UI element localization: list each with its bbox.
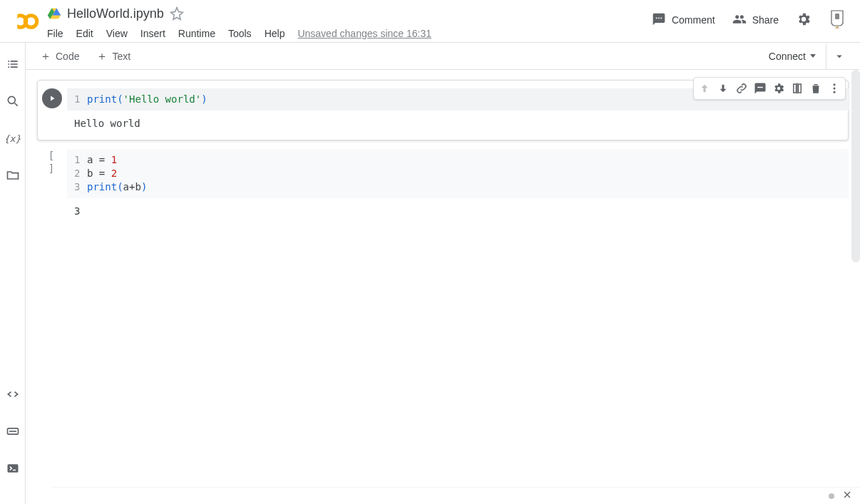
code-cell: 1print('Hello world') Hello world: [37, 84, 849, 136]
menu-insert[interactable]: Insert: [140, 28, 165, 39]
add-text-button[interactable]: ＋ Text: [91, 48, 136, 65]
menu-view[interactable]: View: [106, 28, 128, 39]
code-snippets-icon[interactable]: [4, 386, 21, 403]
plus-icon: ＋: [96, 51, 108, 61]
add-comment-button[interactable]: [751, 79, 769, 98]
more-actions-button[interactable]: [825, 79, 844, 98]
line-number: 1: [74, 93, 87, 106]
notebook-scroll[interactable]: 1print('Hello world') Hello world [ ] 1a…: [26, 70, 860, 504]
share-button[interactable]: Share: [732, 12, 779, 29]
settings-button[interactable]: [796, 11, 812, 29]
comment-icon: [652, 12, 666, 29]
star-icon[interactable]: [170, 6, 184, 21]
gear-icon: [796, 11, 812, 29]
share-label: Share: [752, 14, 779, 26]
gdrive-icon: [47, 6, 61, 21]
line-number: 2: [74, 167, 87, 180]
code-editor[interactable]: 1a = 12b = 23print(a+b): [67, 149, 849, 198]
colab-logo: [11, 7, 40, 36]
run-cell-button[interactable]: [42, 88, 62, 108]
cell-settings-button[interactable]: [769, 79, 788, 98]
svg-rect-3: [835, 14, 839, 19]
line-number: 1: [74, 153, 87, 167]
code-text[interactable]: print('Hello world'): [87, 93, 208, 106]
menu-runtime[interactable]: Runtime: [178, 28, 215, 39]
variables-icon[interactable]: {x}: [4, 130, 21, 147]
toc-icon[interactable]: [4, 56, 21, 73]
terminal-icon[interactable]: [4, 460, 21, 477]
menu-edit[interactable]: Edit: [76, 28, 93, 39]
copy-link-button[interactable]: [732, 79, 751, 98]
connect-button[interactable]: Connect: [769, 51, 816, 62]
move-cell-up-button: [695, 79, 714, 98]
cell-action-bar: [693, 77, 846, 100]
run-cell-button[interactable]: [ ]: [42, 149, 62, 162]
mirror-cell-button[interactable]: [788, 79, 807, 98]
connect-label: Connect: [769, 51, 806, 62]
close-status-button[interactable]: [841, 489, 853, 503]
svg-rect-6: [7, 464, 18, 473]
code-cell: [ ] 1a = 12b = 23print(a+b) 3: [37, 149, 849, 220]
people-icon: [732, 12, 747, 29]
svg-rect-2: [11, 13, 17, 29]
menu-help[interactable]: Help: [265, 28, 285, 39]
menu-file[interactable]: File: [47, 28, 63, 39]
add-code-label: Code: [56, 51, 79, 62]
chevron-down-icon: [810, 54, 816, 58]
svg-point-7: [834, 83, 836, 86]
menu-tools[interactable]: Tools: [228, 28, 252, 39]
comment-label: Comment: [672, 14, 715, 26]
search-icon[interactable]: [4, 93, 21, 110]
svg-point-4: [8, 96, 15, 103]
command-palette-icon[interactable]: [4, 423, 21, 440]
status-bar: [51, 487, 860, 504]
status-indicator-icon: [829, 493, 834, 499]
move-cell-down-button[interactable]: [714, 79, 732, 98]
save-status[interactable]: Unsaved changes since 16:31: [297, 28, 431, 39]
code-text[interactable]: print(a+b): [87, 180, 147, 194]
line-number: 3: [74, 180, 87, 194]
svg-point-8: [834, 88, 836, 90]
notebook-toolbar: ＋ Code ＋ Text Connect: [26, 43, 860, 70]
code-text[interactable]: a = 1: [87, 153, 117, 167]
svg-point-1: [25, 16, 37, 28]
user-avatar[interactable]: [829, 9, 846, 31]
cell-output: 3: [67, 202, 849, 220]
code-text[interactable]: b = 2: [87, 167, 117, 180]
menu-bar: File Edit View Insert Runtime Tools Help…: [47, 23, 652, 43]
plus-icon: ＋: [40, 51, 51, 61]
comment-button[interactable]: Comment: [652, 12, 715, 29]
document-title[interactable]: HelloWorld.ipynb: [67, 6, 164, 21]
scrollbar[interactable]: [851, 70, 860, 262]
app-header: HelloWorld.ipynb File Edit View Insert R…: [0, 0, 860, 43]
collapse-header-button[interactable]: [826, 43, 851, 69]
folder-icon[interactable]: [4, 167, 21, 184]
add-code-button[interactable]: ＋ Code: [34, 48, 85, 65]
left-rail: {x}: [0, 43, 26, 504]
main-area: ＋ Code ＋ Text Connect: [26, 43, 860, 504]
delete-cell-button[interactable]: [807, 79, 825, 98]
add-text-label: Text: [112, 51, 130, 62]
cell-output: Hello world: [67, 115, 849, 132]
svg-point-9: [834, 91, 836, 93]
